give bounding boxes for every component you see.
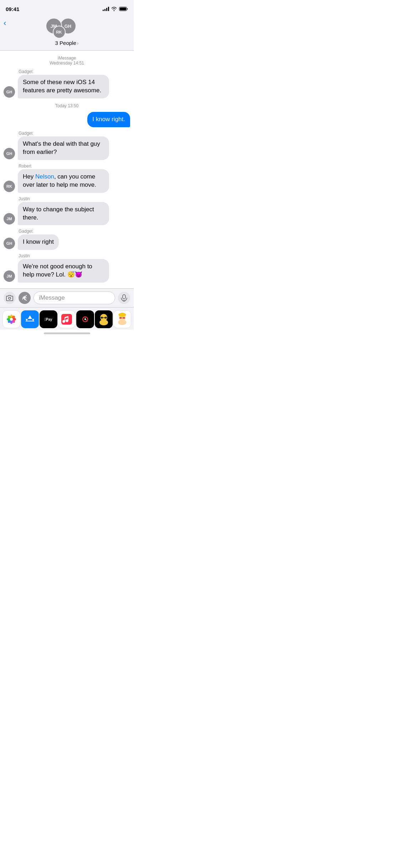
status-time: 09:41	[6, 6, 19, 12]
dock-fitness[interactable]	[76, 310, 94, 328]
svg-point-23	[99, 320, 108, 325]
message-row-sent: I know right.	[0, 112, 134, 127]
message-col: Justin We're not good enough to help mov…	[18, 253, 109, 283]
message-bubble: Way to change the subject there.	[18, 202, 109, 226]
group-name-chevron: ›	[77, 40, 79, 46]
app-dock: Pay	[0, 307, 134, 330]
status-bar: 09:41	[0, 0, 134, 16]
message-row: JM Justin Way to change the subject ther…	[0, 196, 134, 226]
audio-button[interactable]	[118, 292, 130, 304]
wifi-icon	[111, 7, 117, 11]
svg-point-30	[118, 313, 126, 317]
message-col-sent: I know right.	[87, 112, 130, 127]
sender-name: Justin	[19, 196, 109, 201]
message-col: Gadget I know right	[18, 229, 59, 250]
svg-point-29	[118, 320, 126, 325]
apps-icon: A	[21, 295, 28, 301]
camera-button[interactable]	[4, 292, 16, 304]
dock-memoji2[interactable]	[113, 310, 131, 328]
svg-rect-1	[120, 7, 126, 10]
svg-text:A: A	[22, 296, 25, 301]
memoji1-icon	[95, 310, 113, 328]
message-row: JM Justin We're not good enough to help …	[0, 253, 134, 283]
message-col: Robert Hey Nelson, can you come over lat…	[18, 164, 109, 193]
sender-avatar-gh2: GH	[4, 148, 15, 159]
svg-rect-31	[119, 317, 122, 319]
applepay-label: Pay	[45, 317, 52, 322]
svg-point-16	[10, 318, 13, 321]
dock-music[interactable]	[58, 310, 76, 328]
sender-avatar-jm: JM	[4, 213, 15, 224]
memoji2-icon	[114, 310, 131, 328]
audio-icon	[121, 294, 127, 301]
fitness-icon	[80, 314, 91, 325]
svg-rect-32	[123, 317, 125, 319]
dock-photos[interactable]	[2, 310, 20, 328]
message-row: RK Robert Hey Nelson, can you come over …	[0, 164, 134, 193]
music-icon	[61, 314, 72, 325]
dock-appstore[interactable]	[21, 310, 39, 328]
message-row: GH Gadget What's the deal with that guy …	[0, 131, 134, 160]
sender-avatar-gh: GH	[4, 86, 15, 98]
group-name-label: 3 People	[55, 40, 76, 46]
timestamp-today: Today 13:50	[0, 103, 134, 108]
message-bubble: What's the deal with that guy from earli…	[18, 136, 109, 160]
sender-avatar-gh3: GH	[4, 238, 15, 249]
message-row: GH Gadget I know right	[0, 229, 134, 250]
svg-point-2	[9, 297, 11, 299]
battery-icon	[119, 7, 128, 11]
back-button[interactable]: ‹	[4, 19, 6, 27]
dock-applepay[interactable]: Pay	[40, 310, 57, 328]
messages-area: iMessageWednesday 14:51 GH Gadget Some o…	[0, 56, 134, 288]
home-indicator	[0, 330, 134, 336]
sender-avatar-rk: RK	[4, 181, 15, 192]
message-bubble: I know right	[18, 234, 59, 250]
timestamp-text: iMessageWednesday 14:51	[0, 56, 134, 66]
home-bar	[44, 332, 90, 334]
input-placeholder: iMessage	[39, 294, 65, 301]
group-avatars: JM GH RK	[46, 18, 88, 38]
svg-rect-4	[123, 295, 125, 299]
message-col: Gadget Some of these new iOS 14 features…	[18, 69, 109, 98]
avatar-rk: RK	[53, 26, 66, 38]
svg-rect-24	[101, 317, 103, 319]
message-input[interactable]: iMessage	[34, 291, 115, 304]
message-bubble: Some of these new iOS 14 features are pr…	[18, 75, 109, 98]
svg-point-20	[84, 319, 86, 320]
message-bubble: We're not good enough to help move? Lol.…	[18, 259, 109, 283]
svg-rect-18	[61, 314, 72, 325]
message-bubble: Hey Nelson, can you come over later to h…	[18, 169, 109, 193]
photos-icon	[5, 312, 18, 326]
sender-name: Gadget	[19, 131, 109, 136]
apps-button[interactable]: A	[19, 292, 31, 304]
header: ‹ JM GH RK 3 People ›	[0, 16, 134, 51]
appstore-icon	[25, 314, 35, 325]
timestamp-imessage: iMessageWednesday 14:51	[0, 56, 134, 66]
svg-rect-25	[104, 317, 107, 319]
status-icons	[103, 7, 128, 11]
camera-icon	[6, 295, 13, 301]
dock-memoji1[interactable]	[95, 310, 113, 328]
group-name[interactable]: 3 People ›	[55, 40, 79, 46]
sender-name: Justin	[19, 253, 109, 258]
sender-name: Gadget	[19, 229, 59, 234]
input-bar: A iMessage	[0, 288, 134, 307]
sender-name: Gadget	[19, 69, 109, 74]
signal-bars-icon	[103, 7, 109, 11]
message-col: Gadget What's the deal with that guy fro…	[18, 131, 109, 160]
sender-avatar-jm2: JM	[4, 270, 15, 282]
message-col: Justin Way to change the subject there.	[18, 196, 109, 226]
message-bubble-sent: I know right.	[87, 112, 130, 127]
message-row: GH Gadget Some of these new iOS 14 featu…	[0, 69, 134, 98]
mention-nelson: Nelson	[35, 173, 54, 180]
sender-name: Robert	[19, 164, 109, 169]
